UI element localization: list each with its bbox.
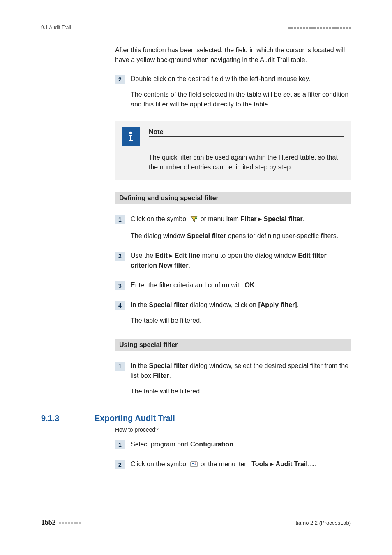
step-number: 2 bbox=[115, 460, 125, 469]
step-number: 1 bbox=[115, 362, 125, 371]
audit-trail-icon bbox=[190, 460, 198, 470]
step-body: In the Special filter dialog window, sel… bbox=[131, 361, 351, 402]
step-line: Select program part Configuration. bbox=[131, 439, 351, 449]
step-line: In the Special filter dialog window, cli… bbox=[131, 300, 351, 310]
step-line: Enter the filter criteria and confirm wi… bbox=[131, 280, 351, 290]
info-icon bbox=[122, 127, 140, 146]
step-body: Use the Edit ▸ Edit line menu to open th… bbox=[131, 251, 351, 276]
define-filter-step-2: 2 Use the Edit ▸ Edit line menu to open … bbox=[115, 251, 351, 276]
note-text: The quick filter can be used again withi… bbox=[149, 153, 344, 172]
step-line: The table will be filtered. bbox=[131, 316, 351, 326]
page-number: 1552 bbox=[41, 519, 56, 526]
note-content: Note The quick filter can be used again … bbox=[149, 128, 344, 172]
how-to-proceed: How to proceed? bbox=[115, 426, 351, 433]
step-number: 1 bbox=[115, 215, 125, 224]
step-number: 2 bbox=[115, 252, 125, 261]
step-line: In the Special filter dialog window, sel… bbox=[131, 361, 351, 381]
subsection-number: 9.1.3 bbox=[41, 414, 78, 423]
step-number: 1 bbox=[115, 440, 125, 449]
note-box: Note The quick filter can be used again … bbox=[115, 121, 351, 180]
svg-point-5 bbox=[195, 462, 196, 463]
export-step-1: 1 Select program part Configuration. bbox=[115, 439, 351, 455]
step-number: 4 bbox=[115, 301, 125, 310]
step-line: The dialog window Special filter opens f… bbox=[131, 231, 351, 241]
filter-funnel-icon bbox=[190, 215, 198, 225]
step-line: Click on the symbol or menu item Filter … bbox=[131, 214, 351, 225]
section-heading: Using special filter bbox=[115, 339, 351, 351]
svg-rect-3 bbox=[129, 140, 133, 141]
step-number: 2 bbox=[115, 75, 125, 84]
footer-left: 1552 bbox=[41, 519, 81, 526]
define-filter-step-1: 1 Click on the symbol or menu item Filte… bbox=[115, 214, 351, 247]
step-line: Use the Edit ▸ Edit line menu to open th… bbox=[131, 251, 351, 271]
section-label: 9.1 Audit Trail bbox=[41, 25, 71, 30]
subsection-title: Exporting Audit Trail bbox=[95, 414, 175, 423]
page-container: 9.1 Audit Trail After this function has … bbox=[0, 0, 392, 555]
step-body: Enter the filter criteria and confirm wi… bbox=[131, 280, 351, 296]
footer-right: tiamo 2.2 (ProcessLab) bbox=[296, 520, 351, 526]
note-title: Note bbox=[149, 128, 344, 137]
page-footer: 1552 tiamo 2.2 (ProcessLab) bbox=[41, 519, 351, 526]
main-content: After this function has been selected, t… bbox=[115, 45, 351, 402]
quick-filter-step-2: 2 Double click on the desired field with… bbox=[115, 74, 351, 115]
header-decoration bbox=[288, 27, 351, 29]
subsection-heading: 9.1.3 Exporting Audit Trail bbox=[41, 414, 351, 423]
step-body: Select program part Configuration. bbox=[131, 439, 351, 455]
running-header: 9.1 Audit Trail bbox=[41, 25, 351, 30]
step-body: Click on the symbol or menu item Filter … bbox=[131, 214, 351, 247]
define-filter-step-3: 3 Enter the filter criteria and confirm … bbox=[115, 280, 351, 296]
export-steps: 1 Select program part Configuration. 2 C… bbox=[115, 439, 351, 476]
step-body: In the Special filter dialog window, cli… bbox=[131, 300, 351, 331]
intro-paragraph: After this function has been selected, t… bbox=[115, 45, 351, 65]
step-line: Click on the symbol or the menu item Too… bbox=[131, 459, 351, 470]
step-body: Double click on the desired field with t… bbox=[131, 74, 351, 115]
svg-rect-2 bbox=[130, 135, 131, 140]
svg-point-0 bbox=[129, 132, 132, 134]
step-number: 3 bbox=[115, 281, 125, 290]
footer-decoration bbox=[59, 522, 81, 524]
define-filter-step-4: 4 In the Special filter dialog window, c… bbox=[115, 300, 351, 331]
use-filter-step-1: 1 In the Special filter dialog window, s… bbox=[115, 361, 351, 402]
step-line: The contents of the field selected in th… bbox=[131, 90, 351, 109]
step-line: Double click on the desired field with t… bbox=[131, 74, 351, 84]
section-heading: Defining and using special filter bbox=[115, 192, 351, 204]
step-line: The table will be filtered. bbox=[131, 386, 351, 396]
export-step-2: 2 Click on the symbol or the menu item T… bbox=[115, 459, 351, 476]
step-body: Click on the symbol or the menu item Too… bbox=[131, 459, 351, 476]
